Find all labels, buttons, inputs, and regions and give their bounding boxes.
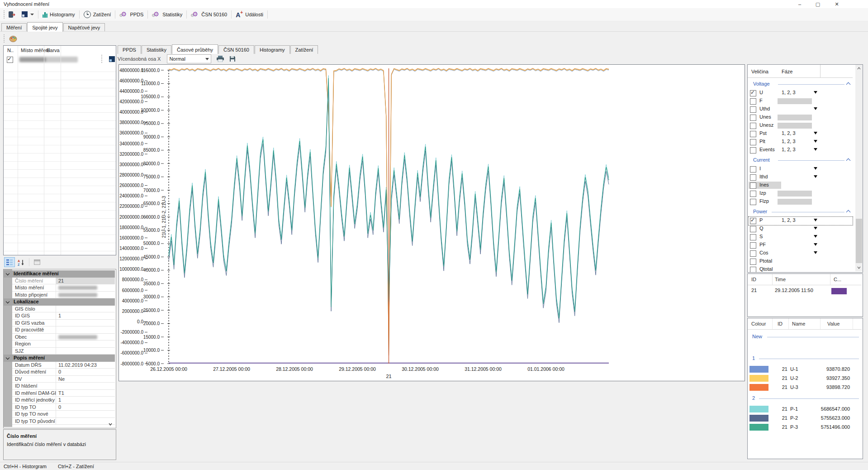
property-value[interactable]: 21 [58, 278, 64, 283]
histograms-button[interactable]: Histogramy [40, 10, 78, 19]
minimize-button[interactable]: – [792, 0, 807, 8]
property-row[interactable]: Důvod měření0 [4, 369, 115, 376]
phase-dropdown-icon[interactable] [814, 175, 817, 178]
property-row[interactable]: ID hlášení [4, 383, 115, 390]
col-barva[interactable]: Barva [47, 48, 60, 53]
col-misto-mereni[interactable]: Místo měření [21, 48, 50, 53]
phase-dropdown-icon[interactable] [814, 167, 817, 170]
palette-button[interactable] [8, 34, 18, 43]
phase-dropdown-icon[interactable] [814, 91, 817, 94]
property-value[interactable]: 0 [58, 404, 61, 410]
quantity-row-ptotal[interactable]: Ptotal [749, 258, 853, 266]
collapse-chevron-icon[interactable] [6, 356, 9, 360]
legend-row[interactable]: 21U-193870.820 [748, 365, 862, 374]
maximize-button[interactable]: ▢ [810, 0, 825, 8]
scrollbar-thumb[interactable] [856, 219, 862, 263]
quantity-row-plt[interactable]: Plt1, 2, 3 [749, 138, 853, 146]
category-header[interactable]: Identifikace měření [4, 270, 115, 278]
quantity-checkbox[interactable] [750, 131, 756, 137]
quantity-checkbox[interactable] [750, 106, 756, 113]
quantity-row-p[interactable]: P1, 2, 3 [749, 217, 853, 225]
quantity-checkbox[interactable] [750, 182, 756, 189]
phase-dropdown-icon[interactable] [814, 219, 817, 221]
quantity-row-pf[interactable]: PF [749, 241, 853, 249]
phase-dropdown-icon[interactable] [814, 132, 817, 134]
quantity-row-pst[interactable]: Pst1, 2, 3 [749, 130, 853, 138]
property-row[interactable]: ID typ TO nové [4, 411, 115, 418]
collapse-chevron-icon[interactable] [6, 300, 9, 303]
property-row[interactable]: Místo měření [4, 284, 115, 292]
legend-row[interactable]: 21U-393898.720 [748, 384, 862, 393]
quantity-checkbox[interactable] [750, 242, 756, 249]
legend-row[interactable]: 21P-25755623.000 [748, 414, 862, 423]
quantity-row-f[interactable]: F [749, 97, 853, 106]
quantity-row-unes[interactable]: Unes [749, 114, 853, 122]
quantity-checkbox[interactable] [750, 267, 756, 273]
property-row[interactable]: ID typ TO původní [4, 418, 115, 425]
mode-combobox[interactable]: Normal [167, 54, 211, 63]
scrollbar-down-arrow[interactable] [855, 264, 863, 271]
property-row[interactable]: DVNe [4, 376, 115, 383]
scroll-down-icon[interactable] [109, 422, 112, 425]
collapse-chevron-icon[interactable] [6, 272, 9, 275]
property-row[interactable]: Datum DŘS11.02.2019 04:23 [4, 362, 115, 369]
categorized-view-button[interactable] [4, 257, 15, 267]
property-value[interactable]: Ne [58, 376, 65, 382]
phase-dropdown-icon[interactable] [814, 251, 817, 254]
quantity-row-flzp[interactable]: Flzp [749, 198, 853, 206]
quantity-group-header[interactable]: Voltage [748, 80, 853, 88]
quantity-checkbox[interactable] [750, 199, 756, 205]
quantity-checkbox[interactable] [750, 218, 756, 224]
property-value[interactable]: 0 [58, 369, 61, 374]
quantity-row-unesz[interactable]: Unesz [749, 122, 853, 130]
quantity-checkbox[interactable] [750, 234, 756, 240]
print-button[interactable] [214, 54, 227, 64]
quantity-checkbox[interactable] [750, 174, 756, 181]
property-row[interactable]: SJZ [4, 348, 115, 355]
quantity-row-qtotal[interactable]: Qtotal [749, 266, 853, 273]
quantity-row-cos[interactable]: Cos [749, 249, 853, 258]
property-row[interactable]: ID GIS1 [4, 312, 115, 320]
quantity-checkbox[interactable] [750, 191, 756, 197]
quantity-row-uthd[interactable]: Uthd [749, 106, 853, 114]
legend-row[interactable]: 21P-15686547.000 [748, 405, 862, 414]
scrollbar-up-arrow[interactable] [855, 65, 863, 72]
quantity-row-s[interactable]: S [749, 233, 853, 241]
quantity-row-ithd[interactable]: Ithd [749, 173, 853, 182]
phase-dropdown-icon[interactable] [814, 243, 817, 246]
property-row[interactable]: ID GIS vazba [4, 320, 115, 327]
chart-tab-histogramy[interactable]: Histogramy [255, 45, 290, 54]
property-row[interactable]: ID typ TO0 [4, 404, 115, 411]
load-button[interactable]: Zatížení [81, 10, 114, 19]
property-value[interactable]: 1 [58, 397, 61, 403]
quantity-checkbox[interactable] [750, 98, 756, 105]
property-value[interactable]: 1 [58, 313, 61, 318]
tab-spojite-jevy[interactable]: Spojité jevy [27, 22, 62, 32]
quantity-group-header[interactable]: Power [748, 208, 853, 216]
phase-dropdown-icon[interactable] [814, 148, 817, 151]
property-row[interactable]: GIS číslo [4, 306, 115, 313]
phase-dropdown-icon[interactable] [814, 227, 817, 230]
quantity-checkbox[interactable] [750, 147, 756, 153]
csn50160-button[interactable]: ⚙⚙ ČSN 50160 [188, 10, 230, 19]
save-button[interactable] [227, 54, 238, 64]
collapse-chevron-icon[interactable] [846, 82, 851, 87]
legend-row[interactable]: 21U-293927.350 [748, 374, 862, 384]
export-button[interactable]: ➜ [6, 10, 19, 19]
property-value[interactable]: T1 [58, 390, 64, 396]
quantity-checkbox[interactable] [750, 259, 756, 265]
measurement-row[interactable] [4, 56, 116, 64]
tab-mereni[interactable]: Měření [1, 23, 27, 32]
property-row[interactable]: ID pracoviště [4, 326, 115, 334]
collapse-chevron-icon[interactable] [846, 158, 851, 163]
chart-tab-zat-en-[interactable]: Zatížení [290, 45, 318, 54]
col-n[interactable]: N.. [7, 48, 14, 53]
alphabetical-sort-button[interactable]: A Z [16, 257, 27, 267]
chart-tab--asov-pr-b-hy[interactable]: Časové průběhy [172, 44, 218, 54]
phase-dropdown-icon[interactable] [814, 140, 817, 143]
property-value[interactable]: 11.02.2019 04:23 [58, 362, 97, 368]
quantity-checkbox[interactable] [750, 226, 756, 232]
tab-napetove-jevy[interactable]: Napěťové jevy [63, 23, 105, 32]
layout-button[interactable] [19, 10, 37, 19]
quantity-checkbox[interactable] [750, 139, 756, 145]
